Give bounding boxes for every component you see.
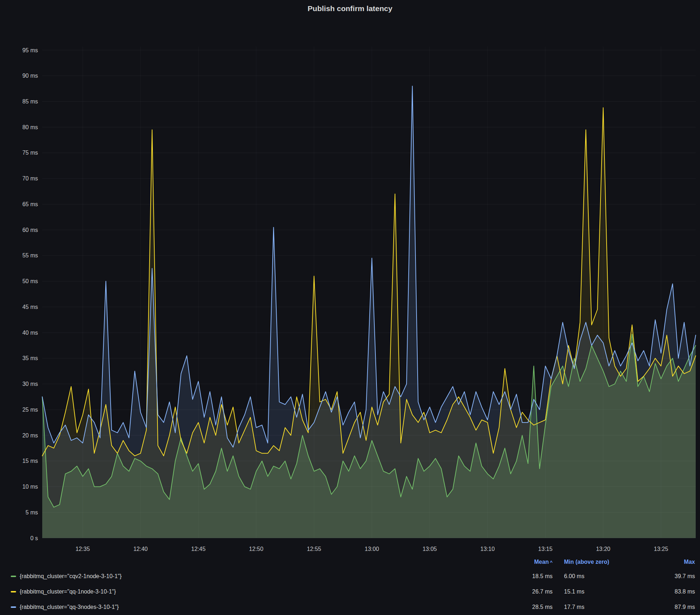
svg-text:5 ms: 5 ms [25, 509, 38, 515]
legend-header-mean[interactable]: Mean^ [513, 559, 553, 565]
series-label[interactable]: {rabbitmq_cluster="cqv2-1node-3-10-1"} [20, 573, 122, 580]
series-min-value: 15.1 ms [561, 589, 643, 595]
legend-header: Mean^ Min (above zero) Max [0, 556, 700, 568]
series-max-value: 83.8 ms [652, 589, 695, 595]
series-label[interactable]: {rabbitmq_cluster="qq-3nodes-3-10-1"} [20, 604, 119, 610]
svg-text:95 ms: 95 ms [22, 47, 38, 53]
svg-text:65 ms: 65 ms [22, 201, 38, 207]
svg-text:13:00: 13:00 [365, 546, 379, 552]
svg-text:60 ms: 60 ms [22, 227, 38, 233]
y-axis-labels: 0 s5 ms10 ms15 ms20 ms25 ms30 ms35 ms40 … [22, 47, 38, 541]
svg-text:50 ms: 50 ms [22, 278, 38, 284]
timeseries-chart: 0 s5 ms10 ms15 ms20 ms25 ms30 ms35 ms40 … [0, 0, 700, 553]
svg-text:90 ms: 90 ms [22, 73, 38, 79]
svg-text:12:50: 12:50 [249, 546, 263, 552]
legend-header-min[interactable]: Min (above zero) [561, 559, 643, 565]
svg-text:55 ms: 55 ms [22, 252, 38, 258]
svg-text:0 s: 0 s [30, 535, 38, 541]
series-areas [42, 86, 696, 538]
series-mean-value: 26.7 ms [513, 589, 553, 595]
svg-text:13:25: 13:25 [654, 546, 668, 552]
series-max-value: 87.9 ms [652, 604, 695, 610]
legend-header-mean-label: Mean [534, 559, 549, 565]
series-color-marker [11, 606, 16, 608]
series-color-marker [11, 591, 16, 592]
svg-text:12:40: 12:40 [133, 546, 148, 552]
grafana-panel: Publish confirm latency 0 s5 ms10 ms15 m… [0, 0, 700, 615]
legend-rows: {rabbitmq_cluster="cqv2-1node-3-10-1"} 1… [0, 568, 700, 615]
svg-text:13:20: 13:20 [596, 546, 610, 552]
svg-text:20 ms: 20 ms [22, 432, 38, 439]
sort-caret-icon: ^ [550, 560, 553, 565]
legend-row: {rabbitmq_cluster="qq-1node-3-10-1"} 26.… [0, 584, 700, 599]
svg-text:13:05: 13:05 [423, 546, 437, 552]
series-max-value: 39.7 ms [652, 573, 695, 580]
panel-title[interactable]: Publish confirm latency [0, 4, 700, 13]
svg-text:25 ms: 25 ms [22, 407, 38, 413]
svg-text:13:10: 13:10 [480, 546, 495, 552]
svg-text:35 ms: 35 ms [22, 355, 38, 361]
svg-text:30 ms: 30 ms [22, 381, 38, 387]
svg-text:70 ms: 70 ms [22, 175, 38, 181]
svg-text:40 ms: 40 ms [22, 330, 38, 336]
svg-text:12:55: 12:55 [307, 546, 321, 552]
svg-text:12:45: 12:45 [191, 546, 205, 552]
svg-text:10 ms: 10 ms [22, 484, 38, 490]
svg-text:15 ms: 15 ms [22, 458, 38, 464]
series-min-value: 6.00 ms [561, 573, 643, 580]
svg-text:12:35: 12:35 [76, 546, 90, 552]
svg-text:45 ms: 45 ms [22, 304, 38, 310]
x-axis-labels: 12:3512:4012:4512:5012:5513:0013:0513:10… [76, 546, 668, 552]
legend-header-max[interactable]: Max [652, 559, 695, 565]
series-mean-value: 28.5 ms [513, 604, 553, 610]
series-min-value: 17.7 ms [561, 604, 643, 610]
svg-text:85 ms: 85 ms [22, 98, 38, 105]
svg-text:80 ms: 80 ms [22, 124, 38, 130]
legend-row: {rabbitmq_cluster="cqv2-1node-3-10-1"} 1… [0, 568, 700, 584]
svg-text:75 ms: 75 ms [22, 150, 38, 156]
svg-text:13:15: 13:15 [538, 546, 553, 552]
series-color-marker [11, 576, 16, 577]
legend: Mean^ Min (above zero) Max {rabbitmq_clu… [0, 556, 700, 615]
series-mean-value: 18.5 ms [513, 573, 553, 580]
legend-row: {rabbitmq_cluster="qq-3nodes-3-10-1"} 28… [0, 599, 700, 615]
series-label[interactable]: {rabbitmq_cluster="qq-1node-3-10-1"} [20, 589, 116, 595]
